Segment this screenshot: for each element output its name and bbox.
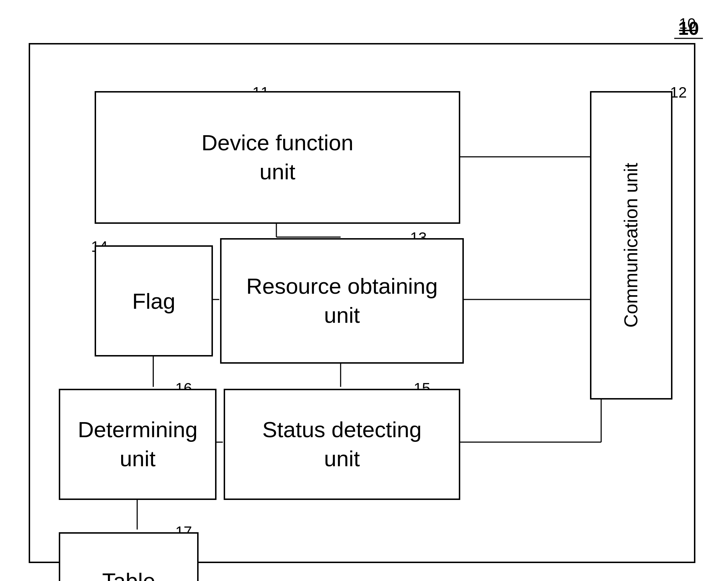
box-17-table: Table (59, 532, 199, 581)
box-15-label: Status detectingunit (262, 415, 422, 473)
box-12-label: Communication unit (619, 163, 643, 328)
box-17-label: Table (102, 568, 155, 581)
ref-12: 12 (670, 84, 687, 101)
title-ref-svg: 10 (667, 15, 710, 44)
box-14-flag: Flag (95, 245, 213, 356)
diagram-page: 10 (0, 0, 728, 581)
box-11-device-function: Device functionunit (95, 91, 460, 224)
box-11-label: Device functionunit (201, 128, 353, 186)
box-13-label: Resource obtainingunit (246, 272, 438, 330)
box-15-status-detecting: Status detectingunit (224, 389, 460, 500)
svg-text:10: 10 (678, 18, 699, 39)
box-14-label: Flag (132, 288, 176, 314)
box-12-communication: Communication unit (590, 91, 672, 400)
box-13-resource-obtaining: Resource obtainingunit (220, 238, 464, 364)
box-16-determining: Determining unit (59, 389, 217, 500)
outer-box: 11 Device functionunit 12 Communication … (29, 43, 695, 563)
box-16-label: Determining unit (60, 415, 215, 473)
